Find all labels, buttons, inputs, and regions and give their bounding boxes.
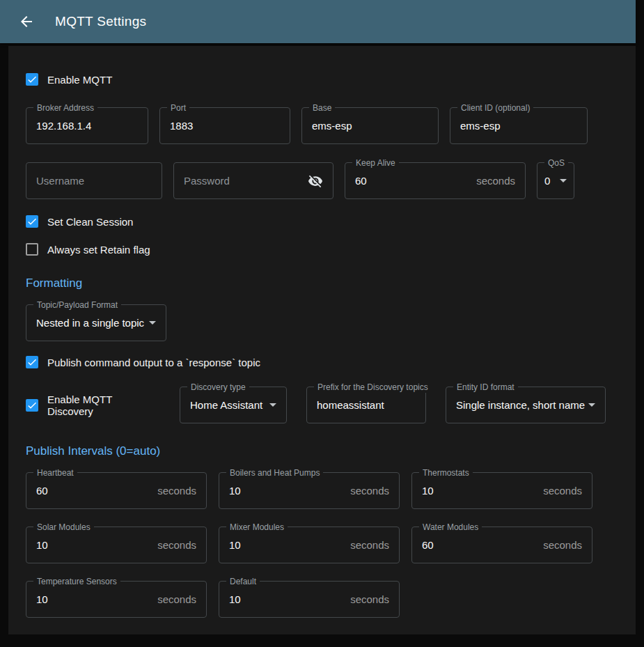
interval-suffix: seconds — [543, 485, 582, 497]
base-field: Base — [301, 107, 439, 144]
heartbeat-input[interactable] — [36, 485, 152, 497]
arrow-left-icon — [18, 13, 35, 30]
interval-suffix: seconds — [350, 539, 389, 551]
publish-response-row[interactable]: Publish command output to a `response` t… — [26, 354, 618, 371]
mixer-modules-input[interactable] — [229, 539, 345, 551]
topic-format-label: Topic/Payload Format — [33, 299, 121, 311]
discovery-enable-row[interactable]: Enable MQTT Discovery — [26, 397, 160, 414]
publish-response-label: Publish command output to a `response` t… — [47, 357, 260, 368]
water-modules-field: Water Modules seconds — [411, 527, 592, 563]
default-interval-label: Default — [226, 576, 260, 587]
discovery-prefix-input[interactable] — [317, 399, 416, 411]
heartbeat-field: Heartbeat seconds — [26, 472, 207, 509]
app-bar: MQTT Settings — [0, 0, 636, 43]
mixer-modules-label: Mixer Modules — [226, 522, 288, 533]
username-input[interactable] — [36, 175, 152, 187]
temperature-sensors-label: Temperature Sensors — [33, 576, 120, 587]
default-interval-input[interactable] — [229, 593, 345, 605]
broker-address-label: Broker Address — [33, 102, 97, 114]
retain-flag-row[interactable]: Always set Retain flag — [26, 241, 618, 258]
intervals-grid: Heartbeat seconds Boilers and Heat Pumps… — [26, 472, 618, 618]
thermostats-input[interactable] — [422, 485, 537, 497]
retain-flag-checkbox[interactable] — [26, 243, 38, 256]
temperature-sensors-input[interactable] — [36, 593, 152, 605]
discovery-row: Enable MQTT Discovery Discovery type Hom… — [26, 387, 618, 423]
keep-alive-label: Keep Alive — [352, 157, 399, 169]
enable-mqtt-checkbox[interactable] — [26, 73, 38, 86]
qos-value: 0 — [544, 175, 550, 187]
clean-session-row[interactable]: Set Clean Session — [26, 213, 618, 230]
check-icon — [26, 74, 38, 85]
caret-down-icon — [149, 321, 156, 325]
topic-format-value: Nested in a single topic — [36, 317, 144, 329]
password-visibility-button[interactable] — [308, 173, 323, 189]
discovery-type-label: Discovery type — [187, 382, 249, 393]
credentials-row: Keep Alive seconds QoS 0 — [26, 162, 618, 199]
discovery-prefix-label: Prefix for the Discovery topics — [314, 382, 432, 393]
temperature-sensors-field: Temperature Sensors seconds — [26, 581, 207, 618]
thermostats-field: Thermostats seconds — [411, 472, 592, 509]
discovery-enable-checkbox[interactable] — [26, 399, 38, 412]
mixer-modules-field: Mixer Modules seconds — [219, 527, 400, 563]
keep-alive-field: Keep Alive seconds — [345, 162, 526, 199]
client-id-label: Client ID (optional) — [457, 102, 533, 114]
entity-id-format-label: Entity ID format — [453, 382, 518, 393]
eye-off-icon — [308, 173, 323, 189]
keep-alive-suffix: seconds — [476, 175, 515, 187]
back-button[interactable] — [17, 12, 36, 31]
interval-suffix: seconds — [157, 539, 196, 551]
discovery-type-value: Home Assistant — [190, 399, 262, 411]
broker-address-field: Broker Address — [26, 107, 148, 144]
formatting-heading: Formatting — [26, 276, 618, 291]
mqtt-settings-panel: Enable MQTT Broker Address Port Base Cli… — [8, 46, 636, 634]
interval-suffix: seconds — [350, 485, 389, 497]
entity-id-format-value: Single instance, short name — [456, 399, 585, 411]
publish-response-checkbox[interactable] — [26, 356, 38, 368]
default-interval-field: Default seconds — [219, 581, 400, 618]
check-icon — [26, 216, 38, 227]
caret-down-icon — [588, 403, 595, 407]
retain-flag-label: Always set Retain flag — [47, 244, 150, 256]
username-field — [26, 162, 162, 199]
interval-suffix: seconds — [157, 485, 196, 497]
interval-suffix: seconds — [543, 539, 582, 551]
topic-format-select[interactable]: Topic/Payload Format Nested in a single … — [26, 304, 166, 341]
solar-modules-input[interactable] — [36, 539, 152, 551]
interval-suffix: seconds — [157, 593, 196, 605]
qos-select[interactable]: QoS 0 — [537, 162, 574, 199]
discovery-enable-label: Enable MQTT Discovery — [47, 393, 160, 417]
water-modules-input[interactable] — [422, 539, 537, 551]
boilers-field: Boilers and Heat Pumps seconds — [219, 472, 400, 509]
port-field: Port — [159, 107, 290, 144]
clean-session-checkbox[interactable] — [26, 215, 38, 228]
client-id-field: Client ID (optional) — [450, 107, 588, 144]
enable-mqtt-row[interactable]: Enable MQTT — [26, 71, 618, 88]
solar-modules-label: Solar Modules — [33, 522, 94, 533]
check-icon — [26, 357, 38, 368]
port-label: Port — [167, 102, 189, 114]
thermostats-label: Thermostats — [419, 467, 473, 478]
solar-modules-field: Solar Modules seconds — [26, 527, 207, 563]
page-title: MQTT Settings — [55, 14, 146, 29]
discovery-type-select[interactable]: Discovery type Home Assistant — [180, 387, 287, 423]
keep-alive-input[interactable] — [355, 175, 471, 187]
water-modules-label: Water Modules — [419, 522, 482, 533]
port-input[interactable] — [170, 120, 280, 132]
heartbeat-label: Heartbeat — [33, 467, 77, 478]
discovery-prefix-field: Prefix for the Discovery topics — [306, 387, 426, 423]
boilers-input[interactable] — [229, 485, 345, 497]
qos-label: QoS — [544, 157, 568, 169]
interval-suffix: seconds — [350, 593, 389, 605]
publish-intervals-heading: Publish Intervals (0=auto) — [26, 444, 618, 459]
password-input[interactable] — [184, 175, 302, 187]
base-input[interactable] — [312, 120, 428, 132]
base-label: Base — [309, 102, 335, 114]
entity-id-format-select[interactable]: Entity ID format Single instance, short … — [446, 387, 606, 423]
broker-row: Broker Address Port Base Client ID (opti… — [26, 107, 618, 144]
clean-session-label: Set Clean Session — [47, 216, 133, 228]
enable-mqtt-label: Enable MQTT — [47, 74, 112, 86]
client-id-input[interactable] — [460, 120, 577, 132]
broker-address-input[interactable] — [36, 120, 138, 132]
caret-down-icon — [560, 179, 567, 182]
caret-down-icon — [269, 403, 276, 407]
